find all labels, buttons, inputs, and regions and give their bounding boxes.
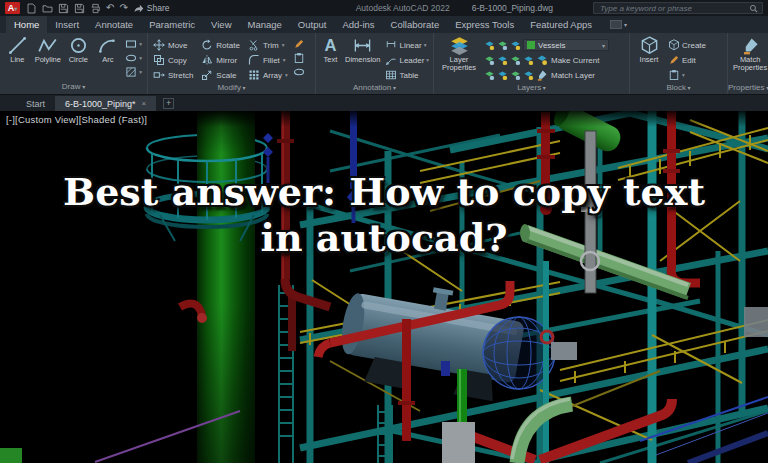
edit-block-tool[interactable]: Edit xyxy=(668,53,706,67)
rectangle-tool[interactable] xyxy=(125,38,142,50)
undo-icon[interactable]: ↶ xyxy=(106,3,114,13)
match-properties-tool[interactable]: Match Properties xyxy=(733,36,767,73)
ribbon-tab-label: View xyxy=(211,19,231,30)
layer-prev-icon[interactable] xyxy=(484,70,495,81)
ribbon-tab-label: Featured Apps xyxy=(530,19,592,30)
circle-tool[interactable]: Circle xyxy=(66,36,91,64)
tool-label: Stretch xyxy=(168,71,193,80)
annotation-tools: Text Dimension Linear Leader Table xyxy=(316,33,433,82)
layer-walk-icon[interactable] xyxy=(497,70,508,81)
panel-label-annotation[interactable]: Annotation xyxy=(316,82,433,94)
piping-model-canvas[interactable] xyxy=(0,111,768,463)
ribbon-tab[interactable]: Express Tools xyxy=(447,16,522,33)
panel-label-layers[interactable]: Layers xyxy=(434,82,629,94)
make-current-tool[interactable]: Make Current xyxy=(536,54,599,66)
search-input[interactable] xyxy=(598,3,746,14)
tool-label: Match Layer xyxy=(551,71,595,80)
arc-icon xyxy=(98,36,117,55)
layer-off-icon[interactable] xyxy=(484,40,495,51)
autocad-logo[interactable] xyxy=(5,2,20,14)
create-block-tool[interactable]: Create xyxy=(668,38,706,52)
panel-label-draw[interactable]: Draw xyxy=(0,81,147,94)
start-tab[interactable]: Start xyxy=(16,96,55,111)
rotate-tool[interactable]: Rotate xyxy=(201,38,240,52)
layer-lock-icon[interactable] xyxy=(510,40,521,51)
ribbon-tab[interactable]: Manage xyxy=(240,16,290,33)
save-as-icon[interactable] xyxy=(74,3,85,14)
save-icon[interactable] xyxy=(58,3,69,14)
quick-access-toolbar: ↶ ↷ Share xyxy=(26,3,169,14)
block-attributes-tool[interactable] xyxy=(668,68,706,82)
insert-icon xyxy=(640,36,659,55)
linear-tool[interactable]: Linear xyxy=(385,38,429,52)
move-tool[interactable]: Move xyxy=(153,38,193,52)
panel-properties: Match Properties ByLayer ByLayer xyxy=(728,33,768,94)
hatch-tool[interactable] xyxy=(125,66,142,78)
insert-tool[interactable]: Insert xyxy=(635,36,663,64)
layer-freeze2-icon[interactable] xyxy=(510,55,521,66)
tool-label: Dimension xyxy=(345,56,380,64)
redo-icon[interactable]: ↷ xyxy=(119,3,127,13)
layer-merge-icon[interactable] xyxy=(523,70,534,81)
fillet-tool[interactable]: Fillet xyxy=(248,53,288,67)
ribbon-tab[interactable]: Output xyxy=(290,16,335,33)
share-button[interactable]: Share xyxy=(133,3,170,14)
viewport-controls[interactable]: [-][Custom View][Shaded (Fast)] xyxy=(6,114,147,125)
layer-properties-icon xyxy=(450,36,469,55)
text-tool[interactable]: Text xyxy=(321,36,340,64)
scale-tool[interactable]: Scale xyxy=(201,68,240,82)
mirror-tool[interactable]: Mirror xyxy=(201,53,240,67)
trim-tool[interactable]: Trim xyxy=(248,38,288,52)
ribbon-tab[interactable]: Collaborate xyxy=(383,16,448,33)
drawing-viewport[interactable]: [-][Custom View][Shaded (Fast)] Best ans… xyxy=(0,111,768,463)
draw-tools: Line Polyline Circle Arc xyxy=(0,33,147,81)
layer-dropdown[interactable]: Vessels xyxy=(523,39,609,51)
table-tool[interactable]: Table xyxy=(385,68,429,82)
polyline-tool[interactable]: Polyline xyxy=(35,36,61,64)
plot-icon[interactable] xyxy=(90,3,101,14)
ribbon-tab[interactable]: Featured Apps xyxy=(522,16,600,33)
ellipse-tool[interactable] xyxy=(125,52,142,64)
ribbon-tab[interactable]: View xyxy=(203,16,239,33)
stretch-tool[interactable]: Stretch xyxy=(153,68,193,82)
offset-icon[interactable] xyxy=(293,66,305,78)
ribbon-tab[interactable]: Annotate xyxy=(87,16,141,33)
layer-isolate-icon[interactable] xyxy=(484,55,495,66)
copy-tool[interactable]: Copy xyxy=(153,53,193,67)
close-tab-icon[interactable]: × xyxy=(142,99,147,108)
leader-tool[interactable]: Leader xyxy=(385,53,429,67)
draw-extra-tools xyxy=(125,36,142,78)
line-tool[interactable]: Line xyxy=(5,36,30,64)
tab-bar-extra-icon[interactable] xyxy=(610,16,627,33)
erase-icon[interactable] xyxy=(293,38,305,50)
layer-properties-tool[interactable]: Layer Properties xyxy=(439,36,479,73)
small-box-icon xyxy=(610,20,622,29)
ribbon-tab[interactable]: Add-ins xyxy=(334,16,382,33)
panel-label-properties[interactable]: Properties xyxy=(728,82,768,94)
circle-icon xyxy=(69,36,88,55)
new-tab-button[interactable]: + xyxy=(163,98,174,109)
ribbon-tab-label: Insert xyxy=(55,19,79,30)
new-drawing-icon[interactable] xyxy=(26,3,37,14)
layer-on-icon[interactable] xyxy=(523,55,534,66)
open-icon[interactable] xyxy=(42,3,53,14)
layer-vpfreeze-icon[interactable] xyxy=(510,70,521,81)
rotate-icon xyxy=(201,39,213,51)
ribbon-tab[interactable]: Parametric xyxy=(141,16,203,33)
layer-freeze-icon[interactable] xyxy=(497,40,508,51)
panel-label-modify[interactable]: Modify xyxy=(148,82,315,94)
search-box[interactable] xyxy=(593,2,763,14)
arc-tool[interactable]: Arc xyxy=(96,36,121,64)
panel-label-block[interactable]: Block xyxy=(630,82,727,94)
match-layer-tool[interactable]: Match Layer xyxy=(536,69,595,81)
array-tool[interactable]: Array xyxy=(248,68,288,82)
hatch-icon xyxy=(125,66,137,78)
tool-label: Polyline xyxy=(35,56,61,64)
drawing-tab[interactable]: 6-B-1000_Piping* × xyxy=(55,96,156,111)
dimension-tool[interactable]: Dimension xyxy=(345,36,380,64)
ribbon-tab[interactable]: Home xyxy=(6,16,47,33)
search-icon[interactable] xyxy=(749,4,758,13)
ribbon-tab[interactable]: Insert xyxy=(47,16,87,33)
explode-icon[interactable] xyxy=(293,52,305,64)
layer-unisolate-icon[interactable] xyxy=(497,55,508,66)
